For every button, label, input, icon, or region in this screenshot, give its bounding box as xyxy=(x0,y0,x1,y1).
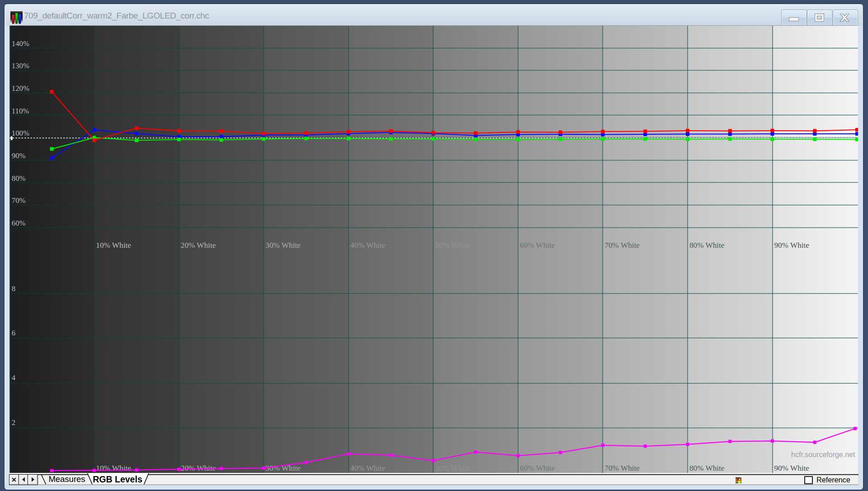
svg-text:90% White: 90% White xyxy=(774,241,809,250)
svg-text:60%: 60% xyxy=(11,219,25,227)
svg-text:70% White: 70% White xyxy=(604,241,640,250)
svg-text:4: 4 xyxy=(11,373,15,382)
svg-text:40% White: 40% White xyxy=(350,241,385,250)
svg-text:8: 8 xyxy=(11,284,15,293)
svg-text:80% White: 80% White xyxy=(689,241,724,250)
svg-text:20% White: 20% White xyxy=(180,241,216,250)
svg-text:50% White: 50% White xyxy=(435,241,470,250)
svg-text:10% White: 10% White xyxy=(96,464,131,472)
svg-text:130%: 130% xyxy=(11,61,29,70)
svg-text:120%: 120% xyxy=(11,84,29,93)
svg-text:80%: 80% xyxy=(11,174,25,183)
svg-text:70% White: 70% White xyxy=(604,464,640,472)
svg-text:70%: 70% xyxy=(11,196,25,205)
svg-text:80% White: 80% White xyxy=(689,464,724,472)
svg-text:6: 6 xyxy=(11,329,15,337)
svg-text:110%: 110% xyxy=(11,107,29,115)
svg-text:20% White: 20% White xyxy=(180,464,216,472)
svg-text:90% White: 90% White xyxy=(774,464,809,472)
svg-text:60% White: 60% White xyxy=(519,464,555,472)
svg-text:hcfr.sourceforge.net: hcfr.sourceforge.net xyxy=(791,451,855,458)
svg-text:140%: 140% xyxy=(11,39,29,48)
svg-text:90%: 90% xyxy=(11,151,25,160)
svg-text:60% White: 60% White xyxy=(519,241,555,250)
svg-text:50% White: 50% White xyxy=(435,464,470,472)
svg-text:10% White: 10% White xyxy=(96,241,131,250)
svg-text:2: 2 xyxy=(11,418,15,427)
svg-text:30% White: 30% White xyxy=(265,241,301,250)
svg-text:100%: 100% xyxy=(11,129,29,137)
svg-text:40% White: 40% White xyxy=(350,464,385,472)
